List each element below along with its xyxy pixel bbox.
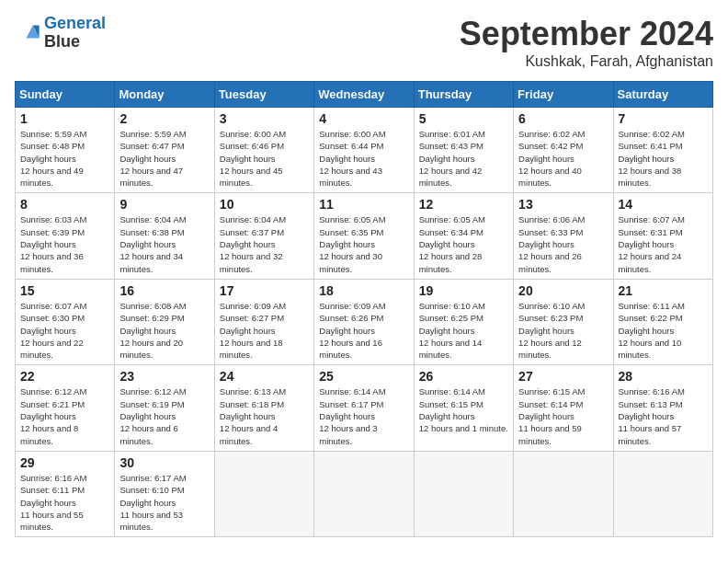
logo-line1: General: [44, 14, 106, 32]
day-number: 10: [220, 197, 309, 212]
day-number: 6: [518, 111, 608, 126]
day-number: 2: [119, 111, 209, 126]
day-number: 26: [419, 369, 508, 384]
calendar-cell: 25 Sunrise: 6:14 AMSunset: 6:17 PMDaylig…: [314, 365, 414, 451]
calendar-cell: 28 Sunrise: 6:16 AMSunset: 6:13 PMDaylig…: [613, 365, 712, 451]
day-info: Sunrise: 6:00 AMSunset: 6:44 PMDaylight …: [319, 128, 408, 189]
day-info: Sunrise: 6:14 AMSunset: 6:15 PMDaylight …: [419, 385, 508, 434]
day-number: 25: [319, 369, 408, 384]
weekday-header: Monday: [115, 82, 214, 108]
day-number: 18: [319, 283, 408, 298]
calendar-cell: [414, 451, 513, 536]
day-number: 30: [119, 455, 209, 470]
day-info: Sunrise: 6:08 AMSunset: 6:29 PMDaylight …: [119, 300, 209, 361]
calendar-cell: 15 Sunrise: 6:07 AMSunset: 6:30 PMDaylig…: [16, 279, 115, 364]
day-info: Sunrise: 6:14 AMSunset: 6:17 PMDaylight …: [319, 385, 408, 446]
day-number: 24: [220, 369, 309, 384]
day-info: Sunrise: 6:17 AMSunset: 6:10 PMDaylight …: [119, 472, 209, 533]
calendar-week-row: 15 Sunrise: 6:07 AMSunset: 6:30 PMDaylig…: [16, 279, 713, 364]
day-info: Sunrise: 6:12 AMSunset: 6:19 PMDaylight …: [119, 385, 209, 446]
title-block: September 2024 Kushkak, Farah, Afghanist…: [460, 15, 713, 70]
day-info: Sunrise: 6:07 AMSunset: 6:30 PMDaylight …: [20, 300, 109, 361]
day-number: 23: [119, 369, 209, 384]
calendar-week-row: 29 Sunrise: 6:16 AMSunset: 6:11 PMDaylig…: [16, 451, 713, 536]
calendar-cell: 4 Sunrise: 6:00 AMSunset: 6:44 PMDayligh…: [314, 108, 414, 193]
calendar-week-row: 22 Sunrise: 6:12 AMSunset: 6:21 PMDaylig…: [16, 365, 713, 451]
day-number: 27: [518, 369, 608, 384]
location-subtitle: Kushkak, Farah, Afghanistan: [460, 53, 713, 70]
weekday-header: Sunday: [16, 82, 115, 108]
day-info: Sunrise: 6:15 AMSunset: 6:14 PMDaylight …: [518, 385, 608, 446]
day-info: Sunrise: 6:10 AMSunset: 6:25 PMDaylight …: [419, 300, 508, 361]
day-info: Sunrise: 6:07 AMSunset: 6:31 PMDaylight …: [619, 213, 708, 274]
calendar-table: SundayMondayTuesdayWednesdayThursdayFrid…: [15, 81, 713, 537]
day-info: Sunrise: 5:59 AMSunset: 6:48 PMDaylight …: [20, 128, 109, 189]
day-info: Sunrise: 6:00 AMSunset: 6:46 PMDaylight …: [220, 128, 309, 189]
calendar-cell: 18 Sunrise: 6:09 AMSunset: 6:26 PMDaylig…: [314, 279, 414, 364]
day-info: Sunrise: 6:09 AMSunset: 6:26 PMDaylight …: [319, 300, 408, 361]
weekday-header: Wednesday: [314, 82, 414, 108]
day-number: 16: [119, 283, 209, 298]
calendar-cell: 13 Sunrise: 6:06 AMSunset: 6:33 PMDaylig…: [514, 193, 613, 279]
calendar-cell: 26 Sunrise: 6:14 AMSunset: 6:15 PMDaylig…: [414, 365, 513, 451]
day-number: 17: [220, 283, 309, 298]
weekday-header: Tuesday: [214, 82, 313, 108]
day-number: 8: [20, 197, 109, 212]
calendar-cell: 10 Sunrise: 6:04 AMSunset: 6:37 PMDaylig…: [214, 193, 313, 279]
calendar-cell: [613, 451, 712, 536]
calendar-cell: 29 Sunrise: 6:16 AMSunset: 6:11 PMDaylig…: [16, 451, 115, 536]
calendar-cell: 7 Sunrise: 6:02 AMSunset: 6:41 PMDayligh…: [613, 108, 712, 193]
calendar-cell: 27 Sunrise: 6:15 AMSunset: 6:14 PMDaylig…: [514, 365, 613, 451]
calendar-cell: 16 Sunrise: 6:08 AMSunset: 6:29 PMDaylig…: [115, 279, 214, 364]
day-info: Sunrise: 6:09 AMSunset: 6:27 PMDaylight …: [220, 300, 309, 361]
day-info: Sunrise: 6:06 AMSunset: 6:33 PMDaylight …: [518, 213, 608, 274]
calendar-cell: 9 Sunrise: 6:04 AMSunset: 6:38 PMDayligh…: [115, 193, 214, 279]
day-number: 3: [220, 111, 309, 126]
day-info: Sunrise: 6:02 AMSunset: 6:41 PMDaylight …: [619, 128, 708, 189]
page-header: General Blue September 2024 Kushkak, Far…: [15, 15, 713, 70]
day-number: 14: [619, 197, 708, 212]
day-number: 5: [419, 111, 508, 126]
day-number: 9: [119, 197, 209, 212]
day-info: Sunrise: 6:01 AMSunset: 6:43 PMDaylight …: [419, 128, 508, 189]
day-number: 21: [619, 283, 708, 298]
calendar-cell: 22 Sunrise: 6:12 AMSunset: 6:21 PMDaylig…: [16, 365, 115, 451]
day-info: Sunrise: 5:59 AMSunset: 6:47 PMDaylight …: [119, 128, 209, 189]
day-number: 15: [20, 283, 109, 298]
calendar-cell: 5 Sunrise: 6:01 AMSunset: 6:43 PMDayligh…: [414, 108, 513, 193]
calendar-cell: 6 Sunrise: 6:02 AMSunset: 6:42 PMDayligh…: [514, 108, 613, 193]
logo-icon: [15, 20, 40, 46]
day-number: 11: [319, 197, 408, 212]
calendar-cell: 24 Sunrise: 6:13 AMSunset: 6:18 PMDaylig…: [214, 365, 313, 451]
day-number: 28: [619, 369, 708, 384]
weekday-header: Thursday: [414, 82, 513, 108]
day-info: Sunrise: 6:16 AMSunset: 6:11 PMDaylight …: [20, 472, 109, 533]
day-number: 12: [419, 197, 508, 212]
calendar-cell: 21 Sunrise: 6:11 AMSunset: 6:22 PMDaylig…: [613, 279, 712, 364]
weekday-header: Friday: [514, 82, 613, 108]
calendar-week-row: 1 Sunrise: 5:59 AMSunset: 6:48 PMDayligh…: [16, 108, 713, 193]
day-info: Sunrise: 6:05 AMSunset: 6:35 PMDaylight …: [319, 213, 408, 274]
day-number: 29: [20, 455, 109, 470]
day-info: Sunrise: 6:16 AMSunset: 6:13 PMDaylight …: [619, 385, 708, 446]
day-number: 19: [419, 283, 508, 298]
day-number: 22: [20, 369, 109, 384]
day-info: Sunrise: 6:04 AMSunset: 6:37 PMDaylight …: [220, 213, 309, 274]
logo-text: General Blue: [44, 15, 106, 52]
calendar-cell: [314, 451, 414, 536]
day-info: Sunrise: 6:03 AMSunset: 6:39 PMDaylight …: [20, 213, 109, 274]
calendar-cell: [214, 451, 313, 536]
calendar-cell: 2 Sunrise: 5:59 AMSunset: 6:47 PMDayligh…: [115, 108, 214, 193]
day-number: 7: [619, 111, 708, 126]
day-info: Sunrise: 6:10 AMSunset: 6:23 PMDaylight …: [518, 300, 608, 361]
calendar-cell: 1 Sunrise: 5:59 AMSunset: 6:48 PMDayligh…: [16, 108, 115, 193]
calendar-cell: 20 Sunrise: 6:10 AMSunset: 6:23 PMDaylig…: [514, 279, 613, 364]
day-number: 4: [319, 111, 408, 126]
day-info: Sunrise: 6:04 AMSunset: 6:38 PMDaylight …: [119, 213, 209, 274]
calendar-cell: 14 Sunrise: 6:07 AMSunset: 6:31 PMDaylig…: [613, 193, 712, 279]
calendar-cell: 8 Sunrise: 6:03 AMSunset: 6:39 PMDayligh…: [16, 193, 115, 279]
calendar-cell: 11 Sunrise: 6:05 AMSunset: 6:35 PMDaylig…: [314, 193, 414, 279]
calendar-cell: 19 Sunrise: 6:10 AMSunset: 6:25 PMDaylig…: [414, 279, 513, 364]
day-info: Sunrise: 6:02 AMSunset: 6:42 PMDaylight …: [518, 128, 608, 189]
calendar-cell: 3 Sunrise: 6:00 AMSunset: 6:46 PMDayligh…: [214, 108, 313, 193]
